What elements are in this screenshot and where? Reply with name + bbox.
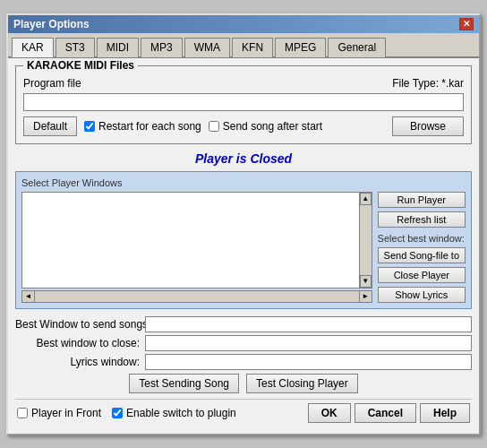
tab-kar[interactable]: KAR xyxy=(12,38,54,57)
run-player-button[interactable]: Run Player xyxy=(378,192,466,208)
enable-switch-checkbox[interactable] xyxy=(112,408,123,418)
scroll-right-arrow[interactable]: ► xyxy=(359,291,372,302)
lyrics-window-row: Lyrics window: xyxy=(15,354,472,370)
tab-general[interactable]: General xyxy=(328,38,386,57)
group-inner: Program file File Type: *.kar Default Re… xyxy=(23,73,464,136)
help-button[interactable]: Help xyxy=(420,403,470,423)
restart-checkbox[interactable] xyxy=(84,121,95,132)
karaoke-midi-group: KARAOKE MIDI Files Program file File Typ… xyxy=(15,65,472,144)
restart-checkbox-label[interactable]: Restart for each song xyxy=(84,120,201,133)
panel-inner: ▲ ▼ ◄ ► Run Player Refresh list xyxy=(21,192,466,303)
best-window-input[interactable] xyxy=(145,316,472,332)
program-file-label: Program file xyxy=(23,77,81,90)
cancel-button[interactable]: Cancel xyxy=(355,403,416,423)
controls-row: Default Restart for each song Send song … xyxy=(23,116,464,136)
send-checkbox[interactable] xyxy=(209,121,219,132)
player-front-text: Player in Front xyxy=(31,407,101,419)
tab-st3[interactable]: ST3 xyxy=(56,38,95,57)
right-side-buttons: Run Player Refresh list Select best wind… xyxy=(378,192,466,303)
browse-button[interactable]: Browse xyxy=(392,116,464,136)
tab-wma[interactable]: WMA xyxy=(184,38,230,57)
send-song-button[interactable]: Send Song-file to xyxy=(378,247,466,263)
tab-bar: KAR ST3 MIDI MP3 WMA KFN MPEG General xyxy=(8,33,479,58)
best-window-label: Best Window to send songs to: xyxy=(15,318,145,331)
vertical-scrollbar[interactable]: ▲ ▼ xyxy=(360,192,372,289)
tab-mpeg[interactable]: MPEG xyxy=(275,38,326,57)
default-button[interactable]: Default xyxy=(23,116,77,136)
player-windows-list[interactable] xyxy=(21,192,360,289)
horizontal-scrollbar[interactable]: ◄ ► xyxy=(21,290,372,303)
footer-right: OK Cancel Help xyxy=(308,403,470,423)
refresh-list-button[interactable]: Refresh list xyxy=(378,211,466,228)
enable-switch-text: Enable switch to plugin xyxy=(126,407,236,419)
test-sending-button[interactable]: Test Sending Song xyxy=(129,374,239,393)
bottom-test-buttons: Test Sending Song Test Closing Player xyxy=(15,374,472,393)
form-rows: Best Window to send songs to: Best windo… xyxy=(15,316,472,370)
scroll-left-arrow[interactable]: ◄ xyxy=(22,291,35,302)
player-options-window: Player Options ✕ KAR ST3 MIDI MP3 WMA KF… xyxy=(6,13,481,435)
send-label: Send song after start xyxy=(223,120,322,133)
group-title: KARAOKE MIDI Files xyxy=(23,59,138,72)
best-close-input[interactable] xyxy=(145,335,472,351)
lyrics-window-input[interactable] xyxy=(145,354,472,370)
send-checkbox-label[interactable]: Send song after start xyxy=(209,120,322,133)
lyrics-window-label: Lyrics window: xyxy=(15,356,145,368)
select-panel-title: Select Player Windows xyxy=(21,177,466,188)
player-front-checkbox[interactable] xyxy=(17,408,28,418)
scroll-up-arrow[interactable]: ▲ xyxy=(360,193,372,205)
ok-button[interactable]: OK xyxy=(308,403,351,423)
player-status: Player is Closed xyxy=(15,151,472,166)
list-container: ▲ ▼ ◄ ► xyxy=(21,192,372,303)
main-content: KARAOKE MIDI Files Program file File Typ… xyxy=(8,58,479,434)
best-window-row: Best Window to send songs to: xyxy=(15,316,472,332)
player-front-label[interactable]: Player in Front xyxy=(17,407,101,419)
scroll-down-arrow[interactable]: ▼ xyxy=(360,275,372,288)
h-scroll-track xyxy=(35,291,359,302)
title-bar: Player Options ✕ xyxy=(8,15,479,33)
select-player-panel: Select Player Windows ▲ ▼ ◄ xyxy=(15,171,472,309)
tab-kfn[interactable]: KFN xyxy=(232,38,273,57)
scroll-track xyxy=(360,205,372,275)
best-close-label: Best window to close: xyxy=(15,337,145,349)
test-closing-button[interactable]: Test Closing Player xyxy=(246,374,358,393)
close-player-button[interactable]: Close Player xyxy=(378,267,466,283)
restart-label: Restart for each song xyxy=(98,120,201,133)
best-close-row: Best window to close: xyxy=(15,335,472,351)
enable-switch-label[interactable]: Enable switch to plugin xyxy=(112,407,236,419)
footer-left: Player in Front Enable switch to plugin xyxy=(17,407,236,419)
tab-midi[interactable]: MIDI xyxy=(97,38,139,57)
footer-row: Player in Front Enable switch to plugin … xyxy=(15,399,472,426)
file-type-label: File Type: *.kar xyxy=(392,77,464,90)
select-best-label: Select best window: xyxy=(378,233,466,244)
program-file-row: Program file File Type: *.kar xyxy=(23,77,464,90)
show-lyrics-button[interactable]: Show Lyrics xyxy=(378,287,466,303)
tab-mp3[interactable]: MP3 xyxy=(141,38,183,57)
list-with-scrollbar: ▲ ▼ xyxy=(21,192,372,289)
program-file-input[interactable] xyxy=(23,93,464,111)
window-title: Player Options xyxy=(13,18,90,30)
close-button[interactable]: ✕ xyxy=(459,18,474,30)
